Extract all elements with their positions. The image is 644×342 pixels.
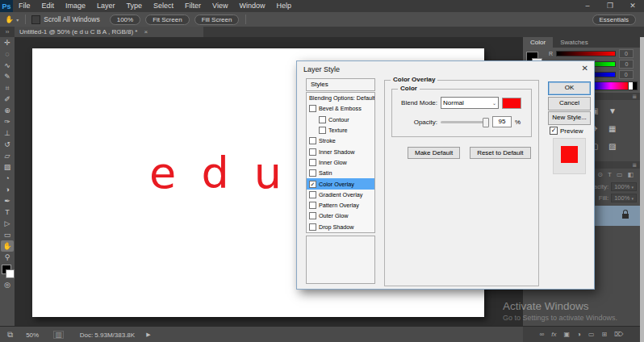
- adjustment-layer-icon[interactable]: ◑: [577, 331, 581, 338]
- tab-swatches[interactable]: Swatches: [553, 37, 596, 48]
- style-item-color-overlay[interactable]: Color Overlay: [307, 178, 374, 189]
- background-color-swatch[interactable]: [6, 269, 15, 278]
- opacity-slider-thumb[interactable]: [483, 118, 489, 127]
- layer-style-fx-icon[interactable]: fx: [551, 331, 556, 338]
- menu-image[interactable]: Image: [60, 0, 91, 12]
- inner-glow-checkbox[interactable]: [309, 159, 316, 166]
- filter-kind-icon[interactable]: ⊙: [597, 171, 603, 178]
- zoom-level-field[interactable]: 50%: [26, 332, 39, 339]
- restore-button[interactable]: ❐: [599, 0, 621, 12]
- shape-tool[interactable]: ▭: [1, 229, 14, 240]
- filter-shape-icon[interactable]: ▭: [617, 171, 623, 178]
- menu-edit[interactable]: Edit: [36, 0, 61, 12]
- workspace-switcher-button[interactable]: Essentials: [592, 15, 636, 25]
- collapse-panels-icon[interactable]: ››: [0, 29, 15, 35]
- menu-window[interactable]: Window: [233, 0, 270, 12]
- history-brush-tool[interactable]: ↺: [1, 139, 14, 150]
- panel-menu-icon[interactable]: ≣: [632, 94, 637, 100]
- opacity-value-field[interactable]: 95: [492, 116, 512, 127]
- opacity-slider[interactable]: [441, 121, 489, 123]
- document-tab[interactable]: Untitled-1 @ 50% (e d u C B A , RGB/8) *…: [15, 27, 203, 37]
- fit-screen-button[interactable]: Fit Screen: [145, 15, 189, 25]
- satin-checkbox[interactable]: [309, 169, 316, 177]
- style-item-contour[interactable]: Contour: [307, 115, 374, 125]
- style-item-texture[interactable]: Texture: [307, 125, 374, 136]
- menu-filter[interactable]: Filter: [179, 0, 207, 12]
- pattern-overlay-checkbox[interactable]: [309, 202, 316, 209]
- dodge-tool[interactable]: ◑: [1, 184, 14, 195]
- filter-type-icon[interactable]: T: [608, 171, 612, 178]
- gradient-overlay-checkbox[interactable]: [309, 191, 316, 198]
- marquee-tool[interactable]: ◌: [1, 48, 14, 60]
- healing-brush-tool[interactable]: ⊕: [1, 105, 14, 116]
- cancel-button[interactable]: Cancel: [548, 97, 591, 111]
- window-scrollbar[interactable]: [640, 37, 644, 342]
- panel-menu-icon[interactable]: ≣: [632, 162, 637, 169]
- make-default-button[interactable]: Make Default: [408, 147, 460, 159]
- quick-selection-tool[interactable]: ✎: [1, 71, 14, 82]
- clone-stamp-tool[interactable]: ⊥: [1, 127, 14, 139]
- style-item-pattern-overlay[interactable]: Pattern Overlay: [307, 200, 374, 211]
- style-item-inner-shadow[interactable]: Inner Shadow: [307, 146, 374, 156]
- close-window-button[interactable]: ✕: [621, 0, 644, 12]
- style-item-blending-options[interactable]: Blending Options: Default: [307, 93, 374, 103]
- menu-file[interactable]: File: [13, 0, 36, 12]
- dialog-close-icon[interactable]: ✕: [582, 64, 588, 73]
- style-item-inner-glow[interactable]: Inner Glow: [307, 157, 374, 168]
- blend-mode-select[interactable]: Normal ⌄: [441, 97, 499, 109]
- quick-mask-icon[interactable]: ◎: [1, 279, 14, 290]
- stroke-checkbox[interactable]: [309, 137, 316, 144]
- crop-tool[interactable]: ⌗: [1, 82, 14, 94]
- style-item-stroke[interactable]: Stroke: [307, 136, 374, 146]
- overlay-color-swatch[interactable]: [502, 98, 521, 109]
- green-value-field[interactable]: 0: [619, 60, 634, 69]
- adjustment-pattern-icon[interactable]: ▦: [608, 124, 616, 133]
- mini-bridge-icon[interactable]: ⧉: [7, 330, 13, 340]
- preview-option[interactable]: ✓ Preview: [550, 127, 583, 135]
- filter-mask-icon[interactable]: ◧: [627, 171, 634, 178]
- status-options-arrow-icon[interactable]: ▶: [146, 332, 150, 338]
- type-tool[interactable]: T: [1, 206, 14, 218]
- eraser-tool[interactable]: ▱: [1, 150, 14, 161]
- menu-type[interactable]: Type: [121, 0, 148, 12]
- style-item-drop-shadow[interactable]: Drop Shadow: [307, 222, 374, 232]
- menu-select[interactable]: Select: [148, 0, 179, 12]
- delete-layer-icon[interactable]: ⌦: [614, 331, 623, 338]
- style-item-gradient-overlay[interactable]: Gradient Overlay: [307, 190, 374, 200]
- style-item-bevel-emboss[interactable]: Bevel & Emboss: [307, 103, 374, 114]
- bevel-emboss-checkbox[interactable]: [309, 105, 316, 112]
- red-value-field[interactable]: 0: [619, 49, 634, 58]
- tab-color[interactable]: Color: [523, 37, 553, 48]
- move-tool[interactable]: ✛: [1, 37, 14, 48]
- opacity-value-dropdown[interactable]: 100% ▾: [611, 182, 637, 191]
- preview-checkbox[interactable]: ✓: [550, 127, 558, 135]
- link-layers-icon[interactable]: ∞: [540, 331, 545, 338]
- gradient-tool[interactable]: ▨: [1, 161, 14, 173]
- layer-mask-icon[interactable]: ▣: [563, 331, 570, 338]
- black-white-ramp-end[interactable]: [628, 81, 638, 90]
- pen-tool[interactable]: ✒: [1, 195, 14, 206]
- layer-group-icon[interactable]: ▭: [588, 331, 595, 338]
- foreground-background-swatches[interactable]: [1, 265, 14, 279]
- style-item-outer-glow[interactable]: Outer Glow: [307, 211, 374, 221]
- adjustment-gradient-icon[interactable]: ▨: [608, 142, 616, 151]
- lasso-tool[interactable]: ∿: [1, 60, 14, 71]
- styles-header[interactable]: Styles: [306, 78, 375, 91]
- minimize-button[interactable]: –: [576, 0, 599, 12]
- menu-layer[interactable]: Layer: [91, 0, 121, 12]
- blue-value-field[interactable]: 0: [619, 70, 634, 79]
- inner-shadow-checkbox[interactable]: [309, 148, 316, 156]
- red-slider[interactable]: [556, 51, 616, 56]
- contour-checkbox[interactable]: [319, 116, 326, 123]
- path-selection-tool[interactable]: ▷: [1, 218, 14, 229]
- menu-help[interactable]: Help: [270, 0, 297, 12]
- new-style-button[interactable]: New Style...: [548, 111, 591, 125]
- adjustment-curves-icon[interactable]: ▼: [608, 106, 617, 115]
- doc-profile-icon[interactable]: ▥: [53, 331, 64, 339]
- eyedropper-tool[interactable]: ✐: [1, 94, 14, 105]
- color-overlay-checkbox[interactable]: [309, 181, 316, 188]
- style-item-satin[interactable]: Satin: [307, 168, 374, 178]
- zoom-tool[interactable]: ⚲: [1, 252, 14, 263]
- ok-button[interactable]: OK: [548, 81, 591, 95]
- fill-value-dropdown[interactable]: 100% ▾: [611, 194, 637, 202]
